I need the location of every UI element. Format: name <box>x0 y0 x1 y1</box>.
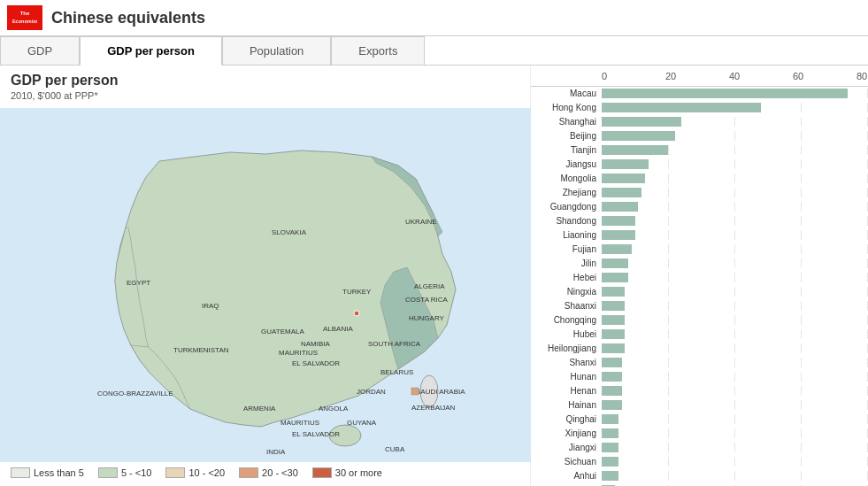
bar-track <box>602 428 868 438</box>
bar-row: Beijing <box>531 129 868 143</box>
bar-fill <box>602 443 618 452</box>
bar-fill <box>602 230 635 240</box>
bar-label: Zhejiang <box>531 188 602 197</box>
bar-fill <box>602 343 625 353</box>
map-label-guatemala: GUATEMALA <box>261 328 304 336</box>
bar-row: Hong Kong <box>531 101 868 114</box>
bar-track <box>602 457 868 467</box>
legend-item-30-more: 30 or more <box>312 467 382 478</box>
bar-label: Shaanxi <box>531 301 602 311</box>
bar-fill <box>602 174 645 183</box>
bar-row: Tianjin <box>531 143 868 157</box>
bar-fill <box>602 103 761 112</box>
bar-fill <box>602 428 618 438</box>
bar-row: Ningxia <box>531 285 868 298</box>
map-label-saudi-arabia: SAUDI ARABIA <box>416 388 465 396</box>
main-content: GDP per person 2010, $'000 at PPP* <box>0 66 868 486</box>
map-label-ukraine: UKRAINE <box>405 218 437 226</box>
map-label-slovakia: SLOVAKIA <box>272 228 307 236</box>
bar-track <box>602 400 868 410</box>
bar-track <box>602 89 868 98</box>
bar-label: Guangdong <box>531 202 602 212</box>
tab-gdp-per-person[interactable]: GDP per person <box>80 36 222 66</box>
bars-container: MacauHong KongShanghaiBeijingTianjinJian… <box>531 87 868 486</box>
map-label-mauritius-1: MAURITIUS <box>279 349 318 357</box>
bar-fill <box>602 244 632 254</box>
bar-track <box>602 103 868 112</box>
map-main-title: GDP per person <box>11 73 519 89</box>
map-label-iraq: IRAQ <box>202 302 219 310</box>
map-label-india: INDIA <box>266 448 286 456</box>
bar-label: Hebei <box>531 273 602 282</box>
tab-gdp[interactable]: GDP <box>0 36 80 65</box>
bar-track <box>602 301 868 311</box>
bar-fill <box>602 471 618 481</box>
tab-exports[interactable]: Exports <box>331 36 425 65</box>
bar-label: Anhui <box>531 471 602 481</box>
bar-row: Hubei <box>531 328 868 341</box>
bar-row: Shanghai <box>531 115 868 128</box>
bar-label: Jiangsu <box>531 159 602 169</box>
bar-fill <box>602 216 635 226</box>
bar-fill <box>602 117 681 127</box>
bar-fill <box>602 273 628 282</box>
bar-row: Mongolia <box>531 172 868 185</box>
header: The Economist Chinese equivalents <box>0 0 868 36</box>
bar-track <box>602 315 868 325</box>
legend-swatch-10-20 <box>165 467 185 478</box>
bar-label: Hunan <box>531 372 602 382</box>
map-label-azerbaijan: AZERBAIJAN <box>411 404 456 412</box>
bar-row: Shandong <box>531 214 868 228</box>
bar-label: Mongolia <box>531 174 602 183</box>
bar-label: Henan <box>531 386 602 396</box>
bar-track <box>602 145 868 155</box>
map-label-mauritius-2: MAURITIUS <box>280 419 319 427</box>
bar-fill <box>602 400 622 410</box>
bar-row: Henan <box>531 384 868 397</box>
bar-fill <box>602 301 625 311</box>
chart-panel: 0 20 40 60 80 MacauHong KongShanghaiBeij… <box>531 66 868 486</box>
bar-fill <box>602 386 622 396</box>
bar-track <box>602 386 868 396</box>
bar-label: Jilin <box>531 258 602 268</box>
map-label-el-salvador-2: EL SALVADOR <box>292 430 340 438</box>
bar-label: Chongqing <box>531 315 602 325</box>
bar-track <box>602 117 868 127</box>
map-label-jordan: JORDAN <box>357 388 386 396</box>
legend-item-less-5: Less than 5 <box>11 467 84 478</box>
bar-label: Tianjin <box>531 145 602 155</box>
bar-row: Liaoning <box>531 228 868 242</box>
page-title: Chinese equivalents <box>51 9 205 27</box>
bar-label: Heilongjiang <box>531 343 602 353</box>
bar-fill <box>602 145 668 155</box>
bar-track <box>602 188 868 197</box>
tab-population[interactable]: Population <box>222 36 331 65</box>
legend-label-10-20: 10 - <20 <box>188 467 225 478</box>
map-label-armenia: ARMENIA <box>243 405 276 413</box>
bar-row: Sichuan <box>531 455 868 468</box>
axis-tick-60: 60 <box>793 71 803 81</box>
bar-track <box>602 244 868 254</box>
bar-row: Zhejiang <box>531 186 868 199</box>
svg-rect-0 <box>7 5 42 30</box>
bar-label: Jiangxi <box>531 443 602 452</box>
map-container: EGYPT IRAQ TURKEY UKRAINE ALGERIA SLOVAK… <box>0 108 531 462</box>
legend-label-less-5: Less than 5 <box>34 467 84 478</box>
bar-track <box>602 329 868 339</box>
map-title-area: GDP per person 2010, $'000 at PPP* <box>0 66 530 108</box>
map-label-turkey: TURKEY <box>342 288 372 296</box>
bar-fill <box>602 315 625 325</box>
bar-fill <box>602 329 625 339</box>
legend-label-20-30: 20 - <30 <box>262 467 298 478</box>
map-label-cuba: CUBA <box>385 445 405 453</box>
bar-track <box>602 443 868 452</box>
bar-row: Heilongjiang <box>531 342 868 355</box>
bar-fill <box>602 131 675 141</box>
bar-label: Hainan <box>531 400 602 410</box>
map-label-albania: ALBANIA <box>323 325 353 333</box>
svg-text:Economist: Economist <box>12 19 37 24</box>
legend-label-5-10: 5 - <10 <box>121 467 152 478</box>
bar-fill <box>602 372 622 382</box>
bar-label: Beijing <box>531 131 602 141</box>
map-label-turkmenistan-1: TURKMENISTAN <box>173 346 229 354</box>
